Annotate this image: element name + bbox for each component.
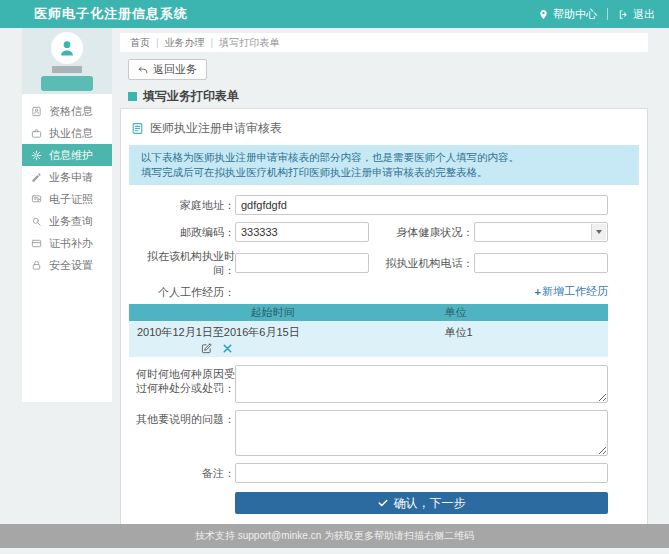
sidebar-item-certificate-reissue[interactable]: 证书补办 (22, 232, 112, 254)
health-status-label: 身体健康状况： (369, 225, 474, 239)
confirm-next-label: 确认，下一步 (394, 495, 466, 512)
sidebar-item-label: 业务申请 (49, 170, 93, 185)
logout-icon (618, 9, 629, 20)
table-cell-period: 2010年12月1日至2016年6月15日 (129, 325, 416, 354)
form-panel: 医师执业注册申请审核表 以下表格为医师执业注册申请审核表的部分内容，也是需要医师… (120, 108, 648, 527)
sidebar-item-practice-info[interactable]: 执业信息 (22, 122, 112, 144)
app-title: 医师电子化注册信息系统 (34, 5, 188, 23)
form-area: 家庭地址： 邮政编码： 身体健康状况： 拟在该机构执业 (129, 195, 608, 514)
location-pin-icon (538, 9, 549, 20)
check-icon (378, 498, 388, 508)
form-title: 医师执业注册申请审核表 (129, 117, 639, 145)
practice-time-field[interactable] (235, 253, 369, 273)
help-center-link[interactable]: 帮助中心 (538, 7, 597, 22)
notice-line-1: 以下表格为医师执业注册申请审核表的部分内容，也是需要医师个人填写的内容。 (141, 150, 627, 165)
form-title-text: 医师执业注册申请审核表 (150, 120, 282, 137)
return-business-label: 返回业务 (153, 62, 197, 77)
breadcrumb-home[interactable]: 首页 (130, 36, 150, 50)
card-icon (31, 238, 42, 249)
sidebar-item-security-settings[interactable]: 安全设置 (22, 254, 112, 276)
home-address-label: 家庭地址： (129, 198, 235, 212)
page-footer: 技术支持 support@minke.cn 为获取更多帮助请扫描右侧二维码 (0, 524, 669, 548)
pencil-icon (31, 172, 42, 183)
work-history-table: 起始时间 单位 2010年12月1日至2016年6月15日 单位1 (129, 304, 608, 357)
sidebar-item-label: 信息维护 (49, 148, 93, 163)
notice-line-2: 填写完成后可在拟执业医疗机构打印医师执业注册申请审核表的完整表格。 (141, 165, 627, 180)
other-issues-label: 其他要说明的问题： (129, 410, 235, 426)
remark-field[interactable] (235, 463, 608, 483)
form-document-icon (131, 122, 144, 135)
remark-label: 备注： (129, 466, 235, 480)
sidebar-item-label: 执业信息 (49, 126, 93, 141)
gear-icon (31, 150, 42, 161)
sidebar-item-business-application[interactable]: 业务申请 (22, 166, 112, 188)
footer-text: 技术支持 support@minke.cn 为获取更多帮助请扫描右侧二维码 (195, 529, 474, 543)
id-badge-icon (31, 106, 42, 117)
sidebar-item-label: 证书补办 (49, 236, 93, 251)
briefcase-icon (31, 128, 42, 139)
column-header-start-time: 起始时间 (129, 305, 416, 320)
app-header: 医师电子化注册信息系统 帮助中心 退出 (0, 0, 669, 28)
other-issues-textarea[interactable] (235, 410, 608, 456)
sidebar-item-e-certificate[interactable]: 电子证照 (22, 188, 112, 210)
column-header-unit: 单位 (416, 305, 608, 320)
sidebar-item-label: 资格信息 (49, 104, 93, 119)
punishment-textarea[interactable] (235, 365, 608, 403)
postal-code-label: 邮政编码： (129, 225, 235, 239)
work-period-text: 2010年12月1日至2016年6月15日 (129, 325, 416, 340)
certificate-icon (31, 194, 42, 205)
user-name-redacted (52, 66, 82, 73)
return-business-button[interactable]: 返回业务 (128, 59, 207, 80)
sidebar: 资格信息 执业信息 信息维护 业务申请 电子证照 业务查询 (22, 28, 112, 402)
org-phone-label: 拟执业机构电话： (369, 256, 474, 270)
work-history-label: 个人工作经历： (129, 285, 235, 299)
breadcrumb: 首页 | 业务办理 | 填写打印表单 (120, 33, 648, 52)
user-role-badge (41, 76, 93, 91)
logout-label: 退出 (633, 7, 655, 22)
plus-icon: + (535, 286, 541, 298)
row-actions (201, 343, 416, 354)
return-arrow-icon (138, 65, 148, 75)
health-status-select[interactable] (474, 222, 609, 242)
breadcrumb-separator: | (211, 37, 214, 48)
page-title-text: 填写业务打印表单 (143, 88, 239, 105)
header-actions: 帮助中心 退出 (538, 7, 655, 22)
practice-time-label: 拟在该机构执业时间： (129, 249, 235, 277)
square-bullet-icon (128, 92, 137, 101)
search-icon (31, 216, 42, 227)
info-notice: 以下表格为医师执业注册申请审核表的部分内容，也是需要医师个人填写的内容。 填写完… (129, 145, 639, 185)
sidebar-item-label: 安全设置 (49, 258, 93, 273)
sidebar-item-business-query[interactable]: 业务查询 (22, 210, 112, 232)
postal-code-field[interactable] (235, 222, 369, 242)
home-address-field[interactable] (235, 195, 608, 215)
logout-link[interactable]: 退出 (618, 7, 655, 22)
doctor-icon (57, 38, 77, 58)
page-title: 填写业务打印表单 (128, 88, 239, 105)
help-center-label: 帮助中心 (553, 7, 597, 22)
add-work-history-label: 新增工作经历 (542, 284, 608, 299)
user-profile-panel (22, 28, 112, 94)
add-work-history-link[interactable]: + 新增工作经历 (535, 284, 608, 299)
punishment-label: 何时何地何种原因受过何种处分或处罚： (129, 365, 235, 395)
app-window: 医师电子化注册信息系统 帮助中心 退出 资格信息 (0, 0, 669, 554)
breadcrumb-section[interactable]: 业务办理 (165, 36, 205, 50)
sidebar-menu: 资格信息 执业信息 信息维护 业务申请 电子证照 业务查询 (22, 94, 112, 402)
table-cell-unit: 单位1 (416, 325, 608, 354)
breadcrumb-separator: | (156, 37, 159, 48)
delete-icon[interactable] (222, 343, 233, 354)
sidebar-item-label: 业务查询 (49, 214, 93, 229)
header-divider (607, 8, 608, 20)
sidebar-item-info-maintenance[interactable]: 信息维护 (22, 144, 112, 166)
table-row: 2010年12月1日至2016年6月15日 单位1 (129, 321, 608, 357)
table-header-row: 起始时间 单位 (129, 304, 608, 321)
org-phone-field[interactable] (474, 253, 609, 273)
confirm-next-button[interactable]: 确认，下一步 (235, 492, 608, 514)
edit-icon[interactable] (201, 343, 212, 354)
submit-row: 确认，下一步 (129, 492, 608, 514)
sidebar-item-qualification-info[interactable]: 资格信息 (22, 100, 112, 122)
select-arrow-box (591, 224, 606, 240)
avatar (51, 32, 83, 64)
breadcrumb-current: 填写打印表单 (219, 36, 279, 50)
lock-icon (31, 260, 42, 271)
sidebar-item-label: 电子证照 (49, 192, 93, 207)
